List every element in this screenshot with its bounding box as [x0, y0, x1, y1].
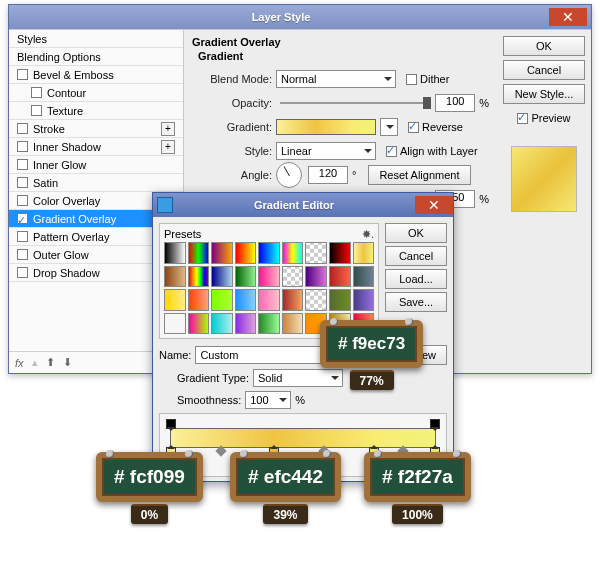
cancel-button[interactable]: Cancel — [503, 60, 585, 80]
opacity-label: Opacity: — [192, 97, 272, 109]
callout-tag: 39% — [263, 504, 307, 524]
gradient-bar[interactable] — [170, 428, 436, 448]
blendmode-dropdown[interactable]: Normal — [276, 70, 396, 88]
preset-swatch[interactable] — [329, 266, 351, 288]
gradient-swatch[interactable] — [276, 119, 376, 135]
preset-swatch[interactable] — [164, 289, 186, 311]
ge-load-button[interactable]: Load... — [385, 269, 447, 289]
preset-swatch[interactable] — [282, 313, 304, 335]
preset-swatch[interactable] — [353, 242, 375, 264]
gradient-editor-titlebar[interactable]: Gradient Editor ✕ — [153, 193, 453, 217]
preset-swatch[interactable] — [211, 242, 233, 264]
gradient-editor-title: Gradient Editor — [173, 199, 415, 211]
preview-swatch — [511, 146, 577, 212]
style-row-contour[interactable]: Contour — [9, 84, 183, 102]
style-row-inner-glow[interactable]: Inner Glow — [9, 156, 183, 174]
ge-cancel-button[interactable]: Cancel — [385, 246, 447, 266]
opacity-stop[interactable] — [430, 419, 440, 429]
style-row-label: Pattern Overlay — [33, 228, 109, 246]
preset-swatch[interactable] — [282, 289, 304, 311]
add-effect-icon[interactable]: + — [161, 140, 175, 154]
midpoint-handle[interactable] — [215, 446, 226, 457]
align-checkbox[interactable] — [386, 146, 397, 157]
reverse-checkbox[interactable] — [408, 122, 419, 133]
opacity-stop[interactable] — [166, 419, 176, 429]
preset-swatch[interactable] — [282, 266, 304, 288]
gear-icon[interactable]: ✸. — [362, 228, 374, 240]
smoothness-unit: % — [295, 394, 305, 406]
style-checkbox[interactable] — [17, 69, 28, 80]
style-checkbox[interactable] — [17, 141, 28, 152]
angle-input[interactable]: 120 — [308, 166, 348, 184]
preset-swatch[interactable] — [235, 313, 257, 335]
reverse-label: Reverse — [422, 121, 463, 133]
style-row-stroke[interactable]: Stroke+ — [9, 120, 183, 138]
preset-swatch[interactable] — [305, 289, 327, 311]
style-row-inner-shadow[interactable]: Inner Shadow+ — [9, 138, 183, 156]
style-label: Style: — [192, 145, 272, 157]
preset-swatch[interactable] — [188, 289, 210, 311]
blending-options-header[interactable]: Blending Options — [9, 48, 183, 66]
preset-swatch[interactable] — [258, 242, 280, 264]
preset-swatch[interactable] — [353, 289, 375, 311]
smoothness-input[interactable]: 100 — [245, 391, 291, 409]
preset-swatch[interactable] — [211, 266, 233, 288]
layer-style-titlebar[interactable]: Layer Style ✕ — [9, 5, 591, 29]
preset-swatch[interactable] — [235, 242, 257, 264]
arrow-down-icon[interactable]: ⬇ — [63, 356, 72, 369]
style-checkbox[interactable] — [17, 231, 28, 242]
style-row-bevel-emboss[interactable]: Bevel & Emboss — [9, 66, 183, 84]
style-checkbox[interactable] — [31, 87, 42, 98]
new-style-button[interactable]: New Style... — [503, 84, 585, 104]
preset-swatch[interactable] — [235, 289, 257, 311]
gradient-dropdown[interactable] — [380, 118, 398, 136]
ge-save-button[interactable]: Save... — [385, 292, 447, 312]
preset-swatch[interactable] — [235, 266, 257, 288]
preset-swatch[interactable] — [305, 266, 327, 288]
style-checkbox[interactable] — [17, 123, 28, 134]
preset-swatch[interactable] — [211, 313, 233, 335]
preset-swatch[interactable] — [282, 242, 304, 264]
preset-swatch[interactable] — [258, 266, 280, 288]
dither-label: Dither — [420, 73, 449, 85]
callout-board: # efc442 — [230, 452, 341, 502]
style-checkbox[interactable] — [31, 105, 42, 116]
preset-swatch[interactable] — [329, 289, 351, 311]
preset-swatch[interactable] — [353, 266, 375, 288]
style-checkbox[interactable] — [17, 195, 28, 206]
preset-swatch[interactable] — [164, 266, 186, 288]
preset-swatch[interactable] — [188, 242, 210, 264]
dither-checkbox[interactable] — [406, 74, 417, 85]
arrow-up-icon[interactable]: ⬆ — [46, 356, 55, 369]
ge-ok-button[interactable]: OK — [385, 223, 447, 243]
opacity-slider[interactable] — [280, 102, 427, 104]
style-checkbox[interactable] — [17, 177, 28, 188]
opacity-input[interactable]: 100 — [435, 94, 475, 112]
style-row-label: Inner Shadow — [33, 138, 101, 156]
style-checkbox[interactable] — [17, 213, 28, 224]
styles-header[interactable]: Styles — [9, 30, 183, 48]
style-row-texture[interactable]: Texture — [9, 102, 183, 120]
preset-swatch[interactable] — [164, 313, 186, 335]
close-icon[interactable]: ✕ — [415, 196, 453, 214]
preset-swatch[interactable] — [211, 289, 233, 311]
style-row-satin[interactable]: Satin — [9, 174, 183, 192]
close-icon[interactable]: ✕ — [549, 8, 587, 26]
preset-swatch[interactable] — [188, 313, 210, 335]
reset-alignment-button[interactable]: Reset Alignment — [368, 165, 470, 185]
style-checkbox[interactable] — [17, 267, 28, 278]
preset-swatch[interactable] — [258, 289, 280, 311]
preview-checkbox[interactable] — [517, 113, 528, 124]
style-dropdown[interactable]: Linear — [276, 142, 376, 160]
preset-swatch[interactable] — [305, 242, 327, 264]
style-checkbox[interactable] — [17, 159, 28, 170]
preset-swatch[interactable] — [329, 242, 351, 264]
preset-swatch[interactable] — [164, 242, 186, 264]
preset-swatch[interactable] — [258, 313, 280, 335]
fx-icon[interactable]: fx — [15, 357, 24, 369]
add-effect-icon[interactable]: + — [161, 122, 175, 136]
angle-dial[interactable] — [276, 162, 302, 188]
preset-swatch[interactable] — [188, 266, 210, 288]
style-checkbox[interactable] — [17, 249, 28, 260]
ok-button[interactable]: OK — [503, 36, 585, 56]
